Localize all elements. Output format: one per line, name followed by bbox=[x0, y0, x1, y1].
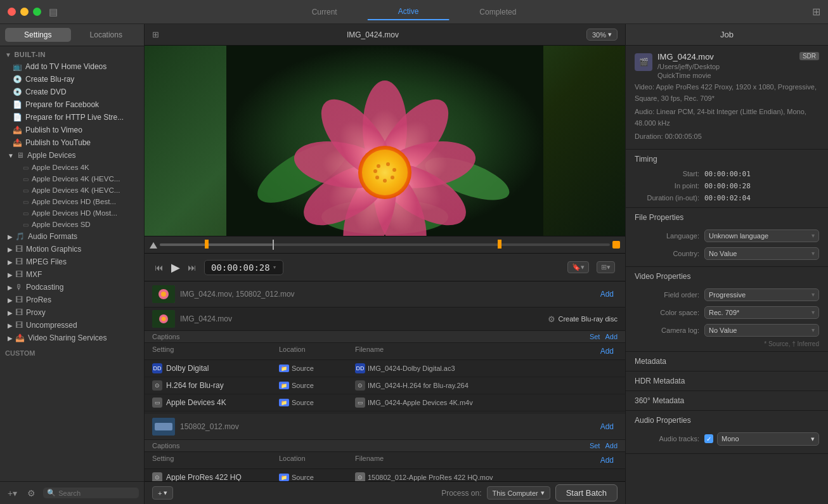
color-space-value: Rec. 709* bbox=[709, 309, 739, 316]
color-space-select[interactable]: Rec. 709* ▾ bbox=[704, 306, 819, 319]
zoom-button[interactable]: 30% ▾ bbox=[586, 29, 618, 41]
http-icon: 📄 bbox=[13, 113, 22, 122]
row2-location-text: Source bbox=[292, 382, 314, 389]
job1-captions-add-button[interactable]: Add bbox=[605, 333, 618, 340]
sidebar-item-apple-4k[interactable]: ▭ Apple Devices 4K bbox=[0, 162, 144, 173]
svg-point-14 bbox=[362, 150, 408, 195]
sidebar-item-vimeo[interactable]: 📤 Publish to Vimeo bbox=[0, 124, 144, 136]
file-name: IMG_0424.mov bbox=[657, 52, 794, 61]
table-row[interactable]: ▭ Apple Devices 4K 📁 Source ▭ IMG_0424-A… bbox=[145, 394, 625, 411]
metadata-header[interactable]: Metadata bbox=[626, 352, 828, 371]
hdr-metadata-label: HDR Metadata bbox=[635, 377, 685, 385]
sidebar-item-apple-devices[interactable]: ▼ 🖥 Apple Devices bbox=[0, 149, 144, 162]
sidebar-item-apple-sd[interactable]: ▭ Apple Devices SD bbox=[0, 219, 144, 230]
video-header: ⊞ IMG_0424.mov 30% ▾ bbox=[145, 24, 625, 46]
country-select[interactable]: No Value ▾ bbox=[704, 247, 819, 260]
settings-icon[interactable]: ⊞ bbox=[812, 6, 820, 18]
sidebar-item-audio-formats[interactable]: ▶ 🎵 Audio Formats bbox=[0, 230, 144, 243]
language-select[interactable]: Unknown language ▾ bbox=[704, 229, 819, 242]
audio-checkbox[interactable]: ✓ bbox=[704, 434, 713, 443]
add-item-button[interactable]: +▾ bbox=[5, 487, 20, 500]
timing-header[interactable]: Timing bbox=[626, 150, 828, 169]
svg-point-18 bbox=[391, 176, 394, 179]
video-properties-label: Video Properties bbox=[635, 272, 691, 281]
field-order-select[interactable]: Progressive ▾ bbox=[704, 288, 819, 301]
table-row[interactable]: ⊙ Apple ProRes 422 HQ 📁 Source ⊙ 150802_… bbox=[145, 469, 625, 481]
maximize-button[interactable] bbox=[33, 8, 41, 16]
sidebar-item-video-sharing[interactable]: ▶ 📤 Video Sharing Services bbox=[0, 332, 144, 344]
tab-active[interactable]: Active bbox=[368, 4, 450, 20]
video-properties-header[interactable]: Video Properties bbox=[626, 267, 828, 286]
file-properties-header[interactable]: File Properties bbox=[626, 208, 828, 227]
tab-locations[interactable]: Locations bbox=[74, 28, 139, 42]
timeline-bar[interactable] bbox=[145, 236, 625, 254]
sidebar: Settings Locations ▼ BUILT-IN 📺 Add to T… bbox=[0, 24, 145, 504]
sidebar-item-add-tv[interactable]: 📺 Add to TV Home Videos bbox=[0, 60, 144, 73]
table-row[interactable]: DD Dolby Digital 📁 Source DD IMG_0424-Do… bbox=[145, 360, 625, 377]
row2-file-icon: ⊙ bbox=[355, 380, 365, 391]
go-to-end-button[interactable]: ⏭ bbox=[188, 262, 197, 273]
sidebar-item-apple-4k-hevc2[interactable]: ▭ Apple Devices 4K (HEVC... bbox=[0, 184, 144, 196]
hdr-metadata-header[interactable]: HDR Metadata bbox=[626, 372, 828, 391]
sidebar-item-mxf[interactable]: ▶ 🎞 MXF bbox=[0, 268, 144, 281]
action-button[interactable]: ⊞▾ bbox=[597, 261, 615, 273]
table-add-button[interactable]: Add bbox=[597, 346, 618, 357]
location-icon: 📁 bbox=[279, 399, 289, 406]
color-space-label: Color space: bbox=[635, 309, 704, 316]
sidebar-item-bluray[interactable]: 💿 Create Blu-ray bbox=[0, 73, 144, 86]
play-button[interactable]: ▶ bbox=[171, 261, 180, 275]
process-dropdown[interactable]: This Computer ▾ bbox=[487, 486, 550, 500]
sidebar-toggle-button[interactable]: ▤ bbox=[49, 6, 58, 18]
table-row[interactable]: ⊙ H.264 for Blu-ray 📁 Source ⊙ IMG_0424-… bbox=[145, 377, 625, 394]
audio-select[interactable]: Mono ▾ bbox=[717, 432, 819, 446]
sidebar-item-apple-hd-most[interactable]: ▭ Apple Devices HD (Most... bbox=[0, 207, 144, 219]
job1-add-button[interactable]: Add bbox=[597, 288, 618, 300]
timecode-display[interactable]: 00:00:00:28 ▾ bbox=[204, 260, 283, 275]
table2-add-button[interactable]: Add bbox=[597, 455, 618, 466]
tab-settings[interactable]: Settings bbox=[5, 28, 71, 42]
row3-location: 📁 Source bbox=[279, 399, 355, 406]
file-info-row: 🎬 IMG_0424.mov /Users/jeffy/Desktop Quic… bbox=[635, 52, 819, 79]
sidebar-item-youtube[interactable]: 📤 Publish to YouTube bbox=[0, 136, 144, 149]
youtube-icon: 📤 bbox=[13, 138, 22, 147]
go-to-start-button[interactable]: ⏮ bbox=[155, 262, 164, 273]
timing-values: Start: 00:00:00:01 In point: 00:00:00:28… bbox=[626, 169, 828, 204]
sidebar-item-uncompressed[interactable]: ▶ 🎞 Uncompressed bbox=[0, 319, 144, 332]
timing-in-label: In point: bbox=[635, 182, 704, 190]
search-input[interactable] bbox=[58, 489, 135, 497]
sidebar-item-podcasting[interactable]: ▶ 🎙 Podcasting bbox=[0, 281, 144, 294]
close-button[interactable] bbox=[8, 8, 16, 16]
sidebar-item-apple-hd-best[interactable]: ▭ Apple Devices HD (Best... bbox=[0, 196, 144, 207]
custom-section-header: CUSTOM bbox=[0, 347, 144, 359]
grid-view-button[interactable]: ⊞ bbox=[152, 30, 159, 39]
settings-button[interactable]: ⚙ bbox=[25, 487, 38, 500]
bookmark-button[interactable]: 🔖▾ bbox=[567, 261, 589, 273]
tab-current[interactable]: Current bbox=[281, 4, 368, 20]
sidebar-item-prores[interactable]: ▶ 🎞 ProRes bbox=[0, 294, 144, 306]
job1-gear-button[interactable]: ⚙ bbox=[548, 314, 555, 324]
sidebar-item-motion-graphics[interactable]: ▶ 🎞 Motion Graphics bbox=[0, 243, 144, 255]
job1-set-button[interactable]: Set bbox=[590, 333, 600, 340]
sidebar-item-facebook[interactable]: 📄 Prepare for Facebook bbox=[0, 98, 144, 111]
timeline-track[interactable] bbox=[160, 243, 610, 246]
sidebar-item-apple-4k-hevc1[interactable]: ▭ Apple Devices 4K (HEVC... bbox=[0, 173, 144, 184]
sidebar-item-http[interactable]: 📄 Prepare for HTTP Live Stre... bbox=[0, 111, 144, 124]
timing-in-value: 00:00:00:28 bbox=[704, 182, 751, 190]
job1-name: IMG_0424.mov, 150802_012.mov bbox=[180, 290, 597, 299]
tab-completed[interactable]: Completed bbox=[449, 4, 547, 20]
start-batch-button[interactable]: Start Batch bbox=[555, 484, 618, 501]
job2-set-button[interactable]: Set bbox=[590, 442, 600, 449]
camera-log-label: Camera log: bbox=[635, 326, 704, 334]
sidebar-item-dvd[interactable]: 💿 Create DVD bbox=[0, 86, 144, 98]
360-metadata-header[interactable]: 360° Metadata bbox=[626, 391, 828, 410]
sidebar-item-proxy[interactable]: ▶ 🎞 Proxy bbox=[0, 306, 144, 319]
job2-captions-add-button[interactable]: Add bbox=[605, 442, 618, 449]
audio-properties-header[interactable]: Audio Properties bbox=[626, 411, 828, 430]
job1-captions-label: Captions bbox=[152, 333, 590, 340]
job2-add-button[interactable]: Add bbox=[597, 421, 618, 432]
sidebar-item-mpeg[interactable]: ▶ 🎞 MPEG Files bbox=[0, 255, 144, 268]
add-job-button[interactable]: + ▾ bbox=[152, 486, 173, 500]
builtin-section-header[interactable]: ▼ BUILT-IN bbox=[0, 49, 144, 60]
minimize-button[interactable] bbox=[20, 8, 29, 16]
camera-log-select[interactable]: No Value ▾ bbox=[704, 324, 819, 337]
